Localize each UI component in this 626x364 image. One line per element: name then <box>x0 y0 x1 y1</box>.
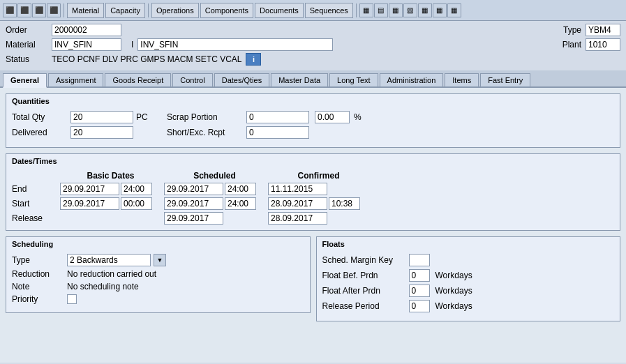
conf-start-time[interactable] <box>329 197 360 210</box>
header-section: Order Type Material I Plant Status TECO … <box>0 21 626 70</box>
tab-fast-entry[interactable]: Fast Entry <box>480 73 530 86</box>
toolbar-icon-10[interactable]: ▦ <box>433 3 447 17</box>
basic-end-input[interactable] <box>60 183 119 195</box>
basic-start-time[interactable] <box>121 197 152 210</box>
release-period-label: Release Period <box>322 301 406 311</box>
capacity-button[interactable]: Capacity <box>105 3 145 18</box>
tab-assignment[interactable]: Assignment <box>48 73 103 86</box>
quantities-section: Quantities Total Qty PC Scrap Portion % … <box>6 93 620 148</box>
floats-wrapper: Floats Sched. Margin Key Float Bef. Prdn… <box>316 236 621 327</box>
basic-end-cell <box>60 183 161 195</box>
tab-long-text[interactable]: Long Text <box>329 73 378 86</box>
conf-release-input[interactable] <box>268 212 327 225</box>
delivered-label: Delivered <box>12 128 68 137</box>
order-label: Order <box>6 25 47 35</box>
sched-margin-input[interactable] <box>409 254 430 266</box>
conf-end-input[interactable] <box>268 183 327 195</box>
delivered-row: Delivered Short/Exc. Rcpt <box>12 126 614 139</box>
tab-control[interactable]: Control <box>172 73 212 86</box>
material-input[interactable] <box>52 38 121 51</box>
toolbar: ⬛ ⬛ ⬛ ⬛ Material Capacity Operations Com… <box>0 0 626 21</box>
sched-release-input[interactable] <box>164 212 223 225</box>
toolbar-icon-8[interactable]: ▧ <box>403 3 417 17</box>
toolbar-separator-3 <box>356 3 357 17</box>
type-input[interactable] <box>586 24 620 36</box>
toolbar-separator-2 <box>148 3 149 17</box>
toolbar-icon-4[interactable]: ⬛ <box>47 3 61 17</box>
toolbar-icon-5[interactable]: ▦ <box>359 3 373 17</box>
tab-administration[interactable]: Administration <box>380 73 444 86</box>
sched-end-input[interactable] <box>164 183 223 195</box>
conf-start-input[interactable] <box>268 197 327 210</box>
toolbar-icon-9[interactable]: ▦ <box>418 3 432 17</box>
priority-checkbox[interactable] <box>67 294 77 304</box>
plant-input[interactable] <box>586 38 620 51</box>
tab-master-data[interactable]: Master Data <box>271 73 328 86</box>
toolbar-icon-1[interactable]: ⬛ <box>3 3 17 17</box>
float-bef-row: Float Bef. Prdn Workdays <box>322 269 615 282</box>
short-exc-input[interactable] <box>246 126 309 139</box>
toolbar-separator-1 <box>64 3 64 17</box>
type-label: Type <box>563 25 581 35</box>
basic-end-time[interactable] <box>121 183 152 195</box>
scheduling-title: Scheduling <box>12 240 304 248</box>
operations-button[interactable]: Operations <box>151 3 199 18</box>
sched-dropdown-icon[interactable]: ▼ <box>154 254 166 266</box>
sched-start-input[interactable] <box>164 197 223 210</box>
sched-reduction-row: Reduction No reduction carried out <box>12 269 304 279</box>
toolbar-icon-3[interactable]: ⬛ <box>32 3 46 17</box>
sched-priority-row: Priority <box>12 294 304 304</box>
sequences-button[interactable]: Sequences <box>305 3 353 18</box>
unit-label: PC <box>136 112 157 122</box>
sched-note-value: No scheduling note <box>67 282 139 291</box>
float-bef-input[interactable] <box>409 269 430 282</box>
documents-button[interactable]: Documents <box>255 3 304 18</box>
float-aft-unit: Workdays <box>435 286 472 296</box>
plant-label: Plant <box>562 40 581 50</box>
total-qty-row: Total Qty PC Scrap Portion % <box>12 111 614 123</box>
sched-type-label: Type <box>12 255 64 265</box>
toolbar-icon-2[interactable]: ⬛ <box>17 3 31 17</box>
basic-dates-header: Basic Dates <box>60 171 161 181</box>
basic-start-cell <box>60 197 161 210</box>
sched-end-cell <box>164 183 265 195</box>
material-row: Material I Plant <box>6 38 620 51</box>
scrap-pct-input[interactable] <box>315 111 350 123</box>
material-desc-input[interactable] <box>137 38 333 51</box>
basic-start-input[interactable] <box>60 197 119 210</box>
total-qty-input[interactable] <box>70 111 133 123</box>
tab-dates-qties[interactable]: Dates/Qties <box>214 73 269 86</box>
status-label: Status <box>6 54 47 64</box>
release-period-input[interactable] <box>409 300 430 312</box>
dates-title: Dates/Times <box>12 157 614 165</box>
delivered-input[interactable] <box>70 126 133 139</box>
tab-goods-receipt[interactable]: Goods Receipt <box>105 73 171 86</box>
material-button[interactable]: Material <box>67 3 104 18</box>
end-label: End <box>12 184 57 194</box>
sched-start-cell <box>164 197 265 210</box>
float-bef-unit: Workdays <box>435 271 472 280</box>
components-button[interactable]: Components <box>200 3 253 18</box>
float-aft-label: Float After Prdn <box>322 286 406 296</box>
sched-end-time[interactable] <box>225 183 256 195</box>
toolbar-icon-6[interactable]: ▤ <box>374 3 388 17</box>
start-label: Start <box>12 199 57 208</box>
tab-general[interactable]: General <box>3 73 47 88</box>
scheduled-header: Scheduled <box>164 171 265 181</box>
toolbar-icon-11[interactable]: ▦ <box>447 3 461 17</box>
toolbar-icon-7[interactable]: ▦ <box>389 3 403 17</box>
sched-start-time[interactable] <box>225 197 256 210</box>
order-input[interactable] <box>52 24 121 36</box>
float-aft-input[interactable] <box>409 285 430 297</box>
conf-release-cell <box>268 212 369 225</box>
conf-start-cell <box>268 197 369 210</box>
sched-note-label: Note <box>12 282 64 291</box>
sched-type-input[interactable] <box>67 254 151 266</box>
status-value: TECO PCNF DLV PRC GMPS MACM SETC VCAL <box>52 54 241 64</box>
scrap-portion-label: Scrap Portion <box>167 112 244 122</box>
release-period-unit: Workdays <box>435 301 472 311</box>
scrap-portion-input[interactable] <box>246 111 309 123</box>
info-icon[interactable]: i <box>246 53 261 66</box>
tab-items[interactable]: Items <box>445 73 479 86</box>
confirmed-header: Confirmed <box>268 171 369 181</box>
